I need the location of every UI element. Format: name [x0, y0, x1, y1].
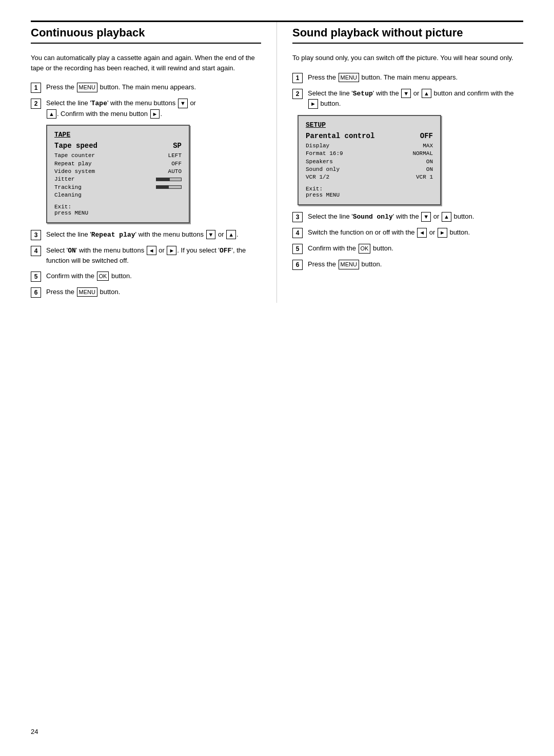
setup-screen-mockup: SETUP Parental control OFF DisplayMAX Fo… [298, 115, 441, 205]
right-step-num-4: 4 [292, 228, 303, 238]
left-step-text-3: Select the line 'Repeat play' with the m… [46, 229, 239, 240]
left-step-text-4: Select 'ON' with the menu buttons ◄ or ►… [46, 245, 261, 266]
right-step-num-5: 5 [292, 244, 303, 254]
right-column: Sound playback without picture To play s… [277, 22, 523, 303]
right-step-text-1: Press the MENU button. The main menu app… [308, 72, 458, 83]
left-step-num-4: 4 [31, 246, 41, 256]
right-step-text-4: Switch the function on or off with the ◄… [308, 227, 470, 238]
left-step-5: 5 Confirm with the OK button. [31, 271, 261, 282]
right-arrow: ► [150, 109, 160, 119]
right-step-text-6: Press the MENU button. [308, 259, 382, 269]
up-arrow-r2: ▲ [422, 89, 431, 99]
up-arrow-r3: ▲ [442, 212, 451, 222]
left-step-num-1: 1 [31, 83, 41, 93]
left-step-text-6: Press the MENU button. [46, 287, 120, 297]
up-arrow: ▲ [47, 109, 56, 119]
left-column: Continuous playback You can automaticall… [31, 22, 277, 303]
down-arrow: ▼ [178, 99, 188, 108]
right-step-text-2: Select the line 'Setup' with the ▼ or ▲ … [308, 88, 523, 109]
screen-row-jitter: Jitter [54, 176, 182, 183]
down-arrow-r2: ▼ [401, 89, 411, 99]
left-step-num-3: 3 [31, 230, 41, 240]
right-step-num-2: 2 [292, 89, 303, 99]
on-label: ON [68, 247, 76, 255]
ok-btn-left-5: OK [97, 272, 109, 281]
main-columns: Continuous playback You can automaticall… [31, 22, 523, 303]
right-step-4: 4 Switch the function on or off with the… [292, 227, 523, 238]
left-step-num-5: 5 [31, 272, 41, 282]
screen-row-display: DisplayMAX [306, 142, 433, 150]
screen-tape-header: TAPE [54, 131, 182, 139]
left-step-num-2: 2 [31, 99, 41, 109]
screen-row-cleaning: Cleaning [54, 191, 182, 199]
left-step-2: 2 Select the line 'Tape' with the menu b… [31, 98, 261, 119]
right-step-6: 6 Press the MENU button. [292, 259, 523, 270]
screen-tape-main-value: SP [173, 142, 182, 150]
right-step-num-1: 1 [292, 73, 303, 83]
right-arrow-r4: ► [438, 228, 447, 238]
right-step-2: 2 Select the line 'Setup' with the ▼ or … [292, 88, 523, 109]
right-step-num-3: 3 [292, 212, 303, 222]
screen-row-repeat: Repeat playOFF [54, 160, 182, 168]
right-arrow-r2: ► [308, 99, 318, 109]
menu-btn-left-6: MENU [77, 287, 97, 297]
screen-row-format: Format 16:9NORMAL [306, 150, 433, 158]
screen-row-counter: Tape counterLEFT [54, 152, 182, 160]
page-number: 24 [31, 728, 38, 735]
menu-btn-r1: MENU [339, 73, 359, 83]
right-step-text-3: Select the line 'Sound only' with the ▼ … [308, 211, 474, 222]
screen-setup-exit: Exit:press MENU [306, 186, 433, 198]
left-step-text-2: Select the line 'Tape' with the menu but… [46, 98, 196, 119]
sound-only-label: Sound only [353, 213, 393, 221]
left-arrow-4: ◄ [147, 246, 156, 256]
screen-row-vcr: VCR 1/2VCR 1 [306, 173, 433, 181]
setup-label: Setup [353, 90, 373, 98]
screen-row-video: Video systemAUTO [54, 168, 182, 176]
tape-screen-mockup: TAPE Tape speed SP Tape counterLEFT Repe… [46, 125, 190, 223]
menu-btn-1: MENU [77, 83, 97, 92]
left-step-4: 4 Select 'ON' with the menu buttons ◄ or… [31, 245, 261, 266]
left-step-text-5: Confirm with the OK button. [46, 271, 132, 281]
screen-tape-exit: Exit:press MENU [54, 204, 182, 216]
screen-setup-main-label: Parental control [306, 132, 374, 140]
left-step-num-6: 6 [31, 287, 41, 298]
right-step-1: 1 Press the MENU button. The main menu a… [292, 72, 523, 83]
down-arrow-3: ▼ [206, 230, 216, 240]
tape-label: Tape [91, 100, 107, 107]
left-step-text-1: Press the MENU button. The main menu app… [46, 82, 196, 92]
down-arrow-r3: ▼ [421, 212, 431, 222]
left-step-1: 1 Press the MENU button. The main menu a… [31, 82, 261, 93]
right-section-title: Sound playback without picture [292, 22, 523, 44]
right-intro: To play sound only, you can switch off t… [292, 53, 523, 63]
right-step-num-6: 6 [292, 260, 303, 270]
menu-btn-r6: MENU [339, 260, 359, 269]
right-arrow-4: ► [167, 246, 176, 256]
screen-setup-main-value: OFF [420, 132, 433, 140]
left-step-3: 3 Select the line 'Repeat play' with the… [31, 229, 261, 240]
repeat-play-label: Repeat play [91, 231, 135, 239]
right-step-text-5: Confirm with the OK button. [308, 243, 393, 254]
right-step-3: 3 Select the line 'Sound only' with the … [292, 211, 523, 222]
left-step-6: 6 Press the MENU button. [31, 287, 261, 298]
screen-row-tracking: Tracking [54, 184, 182, 191]
screen-row-sound-only: Sound onlyON [306, 166, 433, 173]
off-label: OFF [220, 247, 231, 255]
screen-setup-header: SETUP [306, 121, 433, 129]
screen-row-speakers: SpeakersON [306, 158, 433, 166]
screen-tape-main-label: Tape speed [54, 142, 97, 150]
left-intro: You can automatically play a cassette ag… [31, 53, 261, 73]
ok-btn-r5: OK [359, 244, 371, 254]
left-section-title: Continuous playback [31, 22, 261, 44]
up-arrow-3: ▲ [226, 230, 236, 240]
left-arrow-r4: ◄ [417, 228, 427, 238]
right-step-5: 5 Confirm with the OK button. [292, 243, 523, 254]
